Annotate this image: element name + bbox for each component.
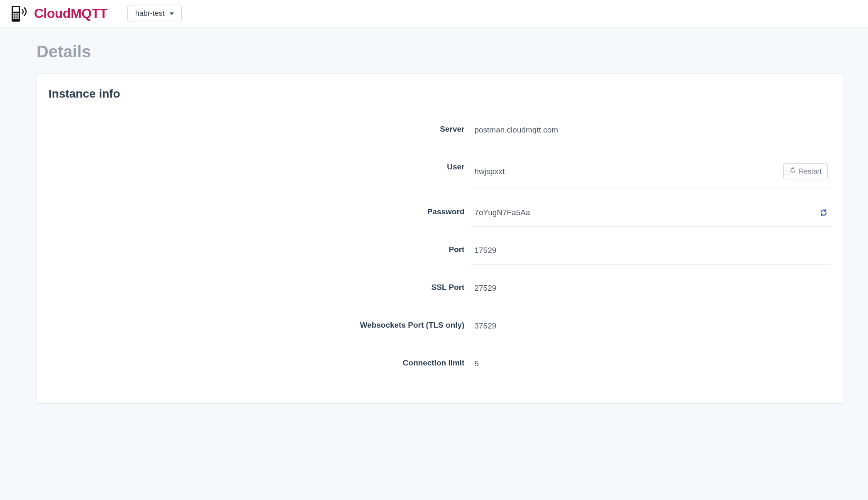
- server-value: postman.cloudmqtt.com: [474, 125, 558, 135]
- row-sslport: SSL Port 27529: [49, 274, 831, 311]
- row-password: Password 7oYugN7Fa5Aa: [49, 198, 831, 236]
- row-port: Port 17529: [49, 236, 831, 274]
- svg-rect-3: [15, 13, 17, 15]
- restart-icon: [790, 167, 796, 176]
- sslport-value: 27529: [474, 284, 496, 293]
- value-port: 17529: [471, 236, 831, 265]
- restart-button[interactable]: Restart: [783, 163, 828, 179]
- svg-rect-7: [17, 15, 19, 17]
- chevron-down-icon: [170, 12, 174, 15]
- svg-rect-4: [17, 13, 19, 15]
- instance-info-card: Instance info Server postman.cloudmqtt.c…: [37, 74, 843, 404]
- refresh-password-icon[interactable]: [819, 208, 828, 217]
- label-user: User: [49, 162, 471, 172]
- svg-rect-5: [13, 15, 15, 17]
- label-server: Server: [49, 125, 471, 134]
- row-server: Server postman.cloudmqtt.com: [49, 115, 831, 153]
- value-wsport: 37529: [471, 311, 831, 340]
- row-wsport: Websockets Port (TLS only) 37529: [49, 311, 831, 349]
- user-value: hwjspxxt: [474, 167, 505, 176]
- value-connlimit: 5: [471, 349, 831, 377]
- value-user: hwjspxxt Restart: [471, 153, 831, 189]
- svg-rect-2: [13, 13, 15, 15]
- instance-selector-label: habr-test: [135, 9, 165, 18]
- label-port: Port: [49, 245, 471, 254]
- port-value: 17529: [474, 246, 496, 255]
- connlimit-value: 5: [474, 359, 479, 368]
- svg-rect-10: [17, 17, 19, 19]
- topbar: CloudMQTT habr-test: [0, 0, 868, 27]
- value-server: postman.cloudmqtt.com: [471, 115, 831, 144]
- svg-rect-9: [15, 17, 17, 19]
- label-wsport: Websockets Port (TLS only): [49, 321, 471, 330]
- value-sslport: 27529: [471, 274, 831, 302]
- restart-label: Restart: [799, 167, 822, 176]
- label-sslport: SSL Port: [49, 283, 471, 292]
- password-value: 7oYugN7Fa5Aa: [474, 208, 530, 217]
- page-title: Details: [37, 42, 843, 61]
- brand[interactable]: CloudMQTT: [12, 6, 107, 22]
- instance-selector[interactable]: habr-test: [127, 5, 182, 22]
- value-password: 7oYugN7Fa5Aa: [471, 198, 831, 227]
- svg-rect-1: [13, 7, 19, 12]
- card-title: Instance info: [49, 87, 831, 100]
- page: Details Instance info Server postman.clo…: [0, 27, 868, 404]
- row-connlimit: Connection limit 5: [49, 349, 831, 387]
- label-connlimit: Connection limit: [49, 358, 471, 368]
- svg-rect-6: [15, 15, 17, 17]
- svg-rect-8: [13, 17, 15, 19]
- wsport-value: 37529: [474, 321, 496, 331]
- brand-name: CloudMQTT: [34, 6, 107, 21]
- brand-icon: [12, 6, 30, 22]
- row-user: User hwjspxxt Restart: [49, 153, 831, 198]
- label-password: Password: [49, 207, 471, 216]
